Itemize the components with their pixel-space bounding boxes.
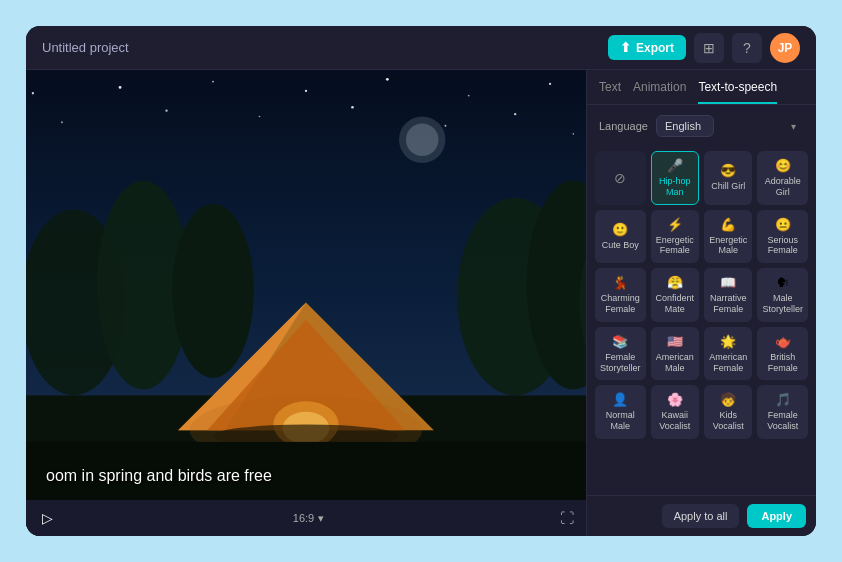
confident-mate-icon: 😤 — [667, 275, 683, 290]
voice-grid: ⊘ 🎤 Hip-hop Man 😎 Chill Girl 😊 Adorable … — [587, 147, 816, 495]
help-button[interactable]: ? — [732, 33, 762, 63]
svg-point-6 — [468, 95, 470, 97]
video-panel: oom in spring and birds are free ▷ 16:9 … — [26, 70, 586, 536]
upload-icon: ⬆ — [620, 40, 631, 55]
svg-point-7 — [549, 83, 551, 85]
svg-point-5 — [386, 78, 389, 81]
chill-girl-icon: 😎 — [720, 163, 736, 178]
normal-male-icon: 👤 — [612, 392, 628, 407]
video-controls: ▷ 16:9 ▾ ⛶ — [26, 500, 586, 536]
voice-card-charming-female[interactable]: 💃 Charming Female — [595, 268, 646, 322]
voice-card-serious-female[interactable]: 😐 Serious Female — [757, 210, 808, 264]
voice-card-american-male[interactable]: 🇺🇸 American Male — [651, 327, 700, 381]
tab-animation[interactable]: Animation — [633, 80, 686, 104]
bottom-bar: Apply to all Apply — [587, 495, 816, 536]
charming-female-icon: 💃 — [612, 275, 628, 290]
language-row: Language English Spanish French German — [587, 105, 816, 147]
apply-button[interactable]: Apply — [747, 504, 806, 528]
top-bar-right: ⬆ Export ⊞ ? JP — [608, 33, 800, 63]
svg-point-20 — [172, 204, 253, 378]
narrative-female-label: Narrative Female — [709, 293, 747, 315]
scene-svg — [26, 70, 586, 500]
american-male-icon: 🇺🇸 — [667, 334, 683, 349]
svg-point-2 — [119, 86, 122, 89]
play-icon: ▷ — [42, 510, 53, 526]
right-panel: Text Animation Text-to-speech Language E… — [586, 70, 816, 536]
kawaii-vocalist-icon: 🌸 — [667, 392, 683, 407]
voice-card-energetic-male[interactable]: 💪 Energetic Male — [704, 210, 752, 264]
avatar-button[interactable]: JP — [770, 33, 800, 63]
voice-card-kids-vocalist[interactable]: 🧒 Kids Vocalist — [704, 385, 752, 439]
svg-point-11 — [259, 116, 261, 118]
cute-boy-icon: 🙂 — [612, 222, 628, 237]
voice-card-chill-girl[interactable]: 😎 Chill Girl — [704, 151, 752, 205]
top-bar: Untitled project ⬆ Export ⊞ ? JP — [26, 26, 816, 70]
kids-vocalist-icon: 🧒 — [720, 392, 736, 407]
voice-card-male-storyteller[interactable]: 🗣 Male Storyteller — [757, 268, 808, 322]
play-button[interactable]: ▷ — [38, 506, 57, 530]
normal-male-label: Normal Male — [600, 410, 641, 432]
voice-card-kawaii-vocalist[interactable]: 🌸 Kawaii Vocalist — [651, 385, 700, 439]
hiphop-man-icon: 🎤 — [667, 158, 683, 173]
voice-card-confident-mate[interactable]: 😤 Confident Mate — [651, 268, 700, 322]
voice-card-hiphop-man[interactable]: 🎤 Hip-hop Man — [651, 151, 700, 205]
main-content: oom in spring and birds are free ▷ 16:9 … — [26, 70, 816, 536]
voice-card-female-vocalist[interactable]: 🎵 Female Vocalist — [757, 385, 808, 439]
svg-point-10 — [165, 110, 167, 112]
voice-card-american-female[interactable]: 🌟 American Female — [704, 327, 752, 381]
kids-vocalist-label: Kids Vocalist — [709, 410, 747, 432]
svg-point-9 — [61, 121, 63, 123]
svg-point-14 — [514, 113, 516, 115]
voice-card-normal-male[interactable]: 👤 Normal Male — [595, 385, 646, 439]
language-label: Language — [599, 120, 648, 132]
avatar-initials: JP — [778, 41, 793, 55]
tab-text[interactable]: Text — [599, 80, 621, 104]
language-select[interactable]: English Spanish French German — [656, 115, 714, 137]
apply-all-button[interactable]: Apply to all — [662, 504, 740, 528]
voice-card-british-female[interactable]: 🫖 British Female — [757, 327, 808, 381]
svg-point-1 — [32, 92, 34, 94]
female-storyteller-label: Female Storyteller — [600, 352, 641, 374]
svg-point-3 — [212, 81, 214, 83]
female-vocalist-icon: 🎵 — [775, 392, 791, 407]
voice-card-cute-boy[interactable]: 🙂 Cute Boy — [595, 210, 646, 264]
tabs-row: Text Animation Text-to-speech — [587, 70, 816, 105]
voice-card-narrative-female[interactable]: 📖 Narrative Female — [704, 268, 752, 322]
voice-card-energetic-female[interactable]: ⚡ Energetic Female — [651, 210, 700, 264]
serious-female-label: Serious Female — [762, 235, 803, 257]
fullscreen-button[interactable]: ⛶ — [560, 510, 574, 526]
confident-mate-label: Confident Mate — [656, 293, 695, 315]
hiphop-man-label: Hip-hop Man — [656, 176, 695, 198]
ratio-selector[interactable]: 16:9 ▾ — [293, 512, 324, 525]
female-vocalist-label: Female Vocalist — [762, 410, 803, 432]
charming-female-label: Charming Female — [600, 293, 641, 315]
ratio-value: 16:9 — [293, 512, 314, 524]
mute-icon: ⊘ — [614, 170, 626, 186]
narrative-female-icon: 📖 — [720, 275, 736, 290]
help-icon: ? — [743, 40, 751, 56]
energetic-female-icon: ⚡ — [667, 217, 683, 232]
layout-icon: ⊞ — [703, 40, 715, 56]
svg-point-15 — [572, 133, 574, 135]
energetic-male-label: Energetic Male — [709, 235, 747, 257]
voice-card-adorable-girl[interactable]: 😊 Adorable Girl — [757, 151, 808, 205]
video-background: oom in spring and birds are free — [26, 70, 586, 500]
export-label: Export — [636, 41, 674, 55]
american-female-icon: 🌟 — [720, 334, 736, 349]
adorable-girl-icon: 😊 — [775, 158, 791, 173]
caption-text: oom in spring and birds are free — [46, 467, 272, 484]
american-male-label: American Male — [656, 352, 695, 374]
voice-card-muted[interactable]: ⊘ — [595, 151, 646, 205]
kawaii-vocalist-label: Kawaii Vocalist — [656, 410, 695, 432]
export-button[interactable]: ⬆ Export — [608, 35, 686, 60]
svg-point-17 — [406, 123, 439, 156]
british-female-icon: 🫖 — [775, 334, 791, 349]
voice-card-female-storyteller[interactable]: 📚 Female Storyteller — [595, 327, 646, 381]
tab-tts[interactable]: Text-to-speech — [698, 80, 777, 104]
svg-point-13 — [445, 125, 447, 127]
svg-point-12 — [351, 106, 354, 109]
app-container: Untitled project ⬆ Export ⊞ ? JP — [26, 26, 816, 536]
layout-button[interactable]: ⊞ — [694, 33, 724, 63]
cute-boy-label: Cute Boy — [602, 240, 639, 251]
language-select-wrapper: English Spanish French German — [656, 115, 804, 137]
